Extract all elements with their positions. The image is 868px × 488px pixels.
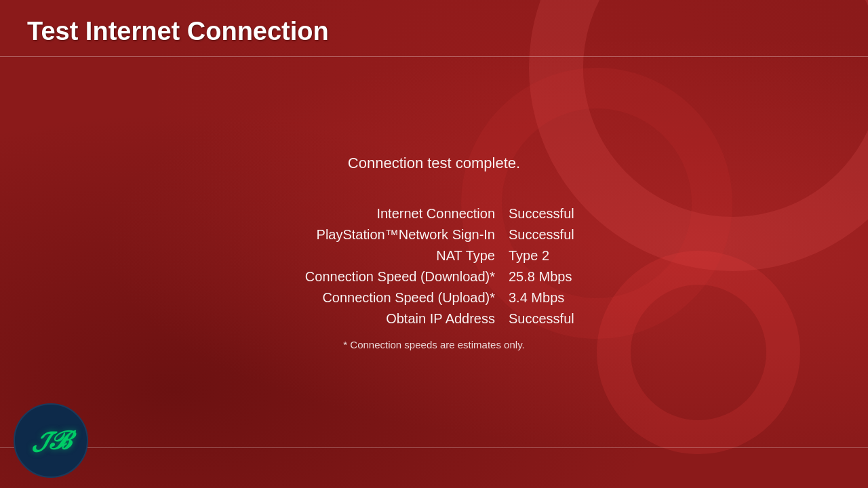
page-title: Test Internet Connection bbox=[27, 17, 841, 46]
status-message: Connection test complete. bbox=[348, 155, 520, 172]
page-header: Test Internet Connection bbox=[0, 0, 868, 57]
main-content: Connection test complete. Internet Conne… bbox=[0, 57, 868, 488]
table-row: Internet ConnectionSuccessful bbox=[258, 206, 610, 222]
result-label: Connection Speed (Download)* bbox=[258, 269, 509, 285]
table-row: Obtain IP AddressSuccessful bbox=[258, 311, 610, 327]
table-row: Connection Speed (Upload)*3.4 Mbps bbox=[258, 290, 610, 306]
result-value: Successful bbox=[509, 206, 610, 222]
results-table: Internet ConnectionSuccessfulPlayStation… bbox=[258, 206, 610, 327]
result-label: Internet Connection bbox=[258, 206, 509, 222]
result-value: Successful bbox=[509, 227, 610, 243]
result-value: 25.8 Mbps bbox=[509, 269, 610, 285]
disclaimer-text: * Connection speeds are estimates only. bbox=[343, 339, 524, 350]
table-row: NAT TypeType 2 bbox=[258, 248, 610, 264]
result-label: NAT Type bbox=[258, 248, 509, 264]
result-label: PlayStation™Network Sign-In bbox=[258, 227, 509, 243]
result-value: Successful bbox=[509, 311, 610, 327]
page-container: Test Internet Connection Connection test… bbox=[0, 0, 868, 488]
result-label: Obtain IP Address bbox=[258, 311, 509, 327]
table-row: Connection Speed (Download)*25.8 Mbps bbox=[258, 269, 610, 285]
result-value: 3.4 Mbps bbox=[509, 290, 610, 306]
table-row: PlayStation™Network Sign-InSuccessful bbox=[258, 227, 610, 243]
result-value: Type 2 bbox=[509, 248, 610, 264]
result-label: Connection Speed (Upload)* bbox=[258, 290, 509, 306]
